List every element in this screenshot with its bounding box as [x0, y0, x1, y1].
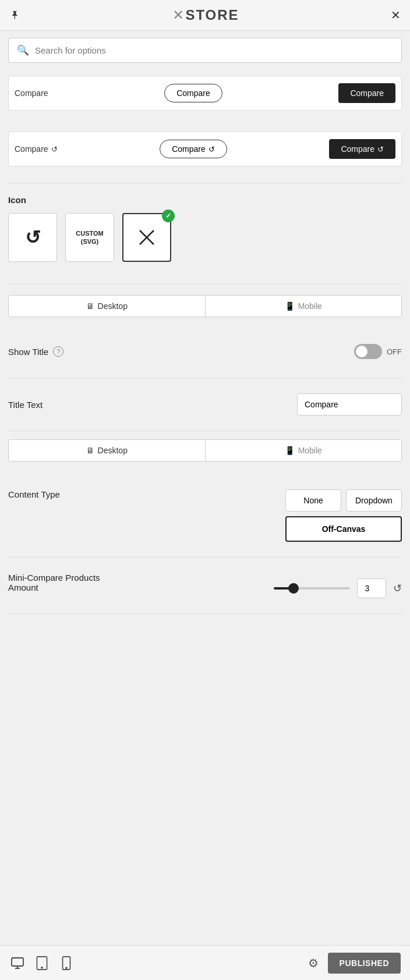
compare-plain-btn-2[interactable]: Compare ↺	[15, 144, 58, 154]
compare-row-1: Compare Compare Compare	[8, 76, 402, 111]
compare-filled-btn-2[interactable]: Compare ↺	[329, 139, 395, 159]
compare-row-2: Compare ↺ Compare ↺ Compare ↺	[8, 132, 402, 166]
content-type-section: Content Type None Dropdown Off-Canvas	[0, 477, 410, 555]
slider-row: ↺	[274, 578, 402, 598]
mini-compare-value-input[interactable]	[357, 578, 386, 598]
title-text-section: Title Text	[0, 381, 410, 428]
help-icon[interactable]: ?	[53, 346, 63, 357]
divider-1	[8, 183, 402, 183]
svg-point-8	[66, 967, 67, 968]
content-type-buttons: None Dropdown Off-Canvas	[285, 489, 402, 542]
show-title-row: Show Title ? OFF	[8, 338, 402, 365]
sync-icon-1: ↺	[51, 145, 58, 154]
icon-section-label: Icon	[8, 195, 402, 205]
desktop-icon-1: 🖥	[86, 301, 94, 311]
desktop-tab-2[interactable]: 🖥 Desktop	[9, 440, 206, 461]
gear-icon[interactable]: ⚙	[308, 956, 319, 970]
svg-point-6	[41, 967, 43, 968]
desktop-bottom-icon[interactable]	[9, 955, 26, 971]
divider-5	[8, 557, 402, 558]
compare-buttons-section-1: Compare Compare Compare	[0, 70, 410, 121]
show-title-label: Show Title ?	[8, 346, 63, 357]
logo: ✕STORE	[172, 7, 239, 23]
search-input[interactable]	[35, 45, 393, 55]
desktop-icon-2: 🖥	[86, 446, 94, 455]
title-text-row: Title Text	[8, 386, 402, 422]
toggle-switch[interactable]: OFF	[354, 344, 402, 359]
divider-2	[8, 284, 402, 285]
checkmark-badge: ✓	[162, 210, 175, 222]
custom-svg-label: CUSTOM(SVG)	[76, 229, 103, 246]
bottom-icons	[9, 955, 75, 971]
compare-outline-btn-1[interactable]: Compare	[164, 84, 222, 102]
mobile-icon-2: 📱	[285, 446, 295, 455]
ct-row-1: None Dropdown	[285, 489, 402, 512]
mobile-tab-2[interactable]: 📱 Mobile	[206, 440, 402, 461]
mini-compare-slider[interactable]	[274, 587, 350, 590]
icon-option-custom[interactable]: CUSTOM(SVG)	[65, 213, 114, 262]
published-button[interactable]: PUBLISHED	[328, 953, 401, 974]
toggle-state-label: OFF	[387, 347, 402, 356]
tablet-bottom-icon[interactable]	[34, 955, 50, 971]
title-text-input[interactable]	[297, 393, 402, 416]
toggle-knob[interactable]	[354, 344, 382, 359]
content-type-dropdown-btn[interactable]: Dropdown	[346, 489, 402, 512]
title-text-label: Title Text	[8, 400, 43, 410]
content-type-none-btn[interactable]: None	[285, 489, 341, 512]
content-type-offcanvas-btn[interactable]: Off-Canvas	[285, 516, 402, 542]
divider-4	[8, 431, 402, 431]
device-tabs-2: 🖥 Desktop 📱 Mobile	[0, 434, 410, 477]
sync-icon-3: ↺	[377, 145, 384, 154]
compare-filled-btn-1[interactable]: Compare	[338, 83, 395, 103]
pin-icon[interactable]: 🖈	[9, 9, 21, 22]
svg-rect-2	[12, 958, 23, 966]
mini-compare-label: Mini-Compare Products Amount	[8, 573, 100, 592]
search-icon: 🔍	[17, 44, 29, 56]
bottom-bar: ⚙ PUBLISHED	[0, 945, 410, 980]
icon-option-sync[interactable]: ↺	[8, 213, 57, 262]
close-icon[interactable]: ✕	[391, 8, 401, 22]
show-title-section: Show Title ? OFF	[0, 332, 410, 375]
sync-icon-2: ↺	[208, 145, 215, 154]
icon-section: Icon ↺ CUSTOM(SVG) ✓	[0, 189, 410, 279]
header: 🖈 ✕STORE ✕	[0, 0, 410, 31]
x-icon	[135, 226, 158, 249]
content-type-label: Content Type	[8, 489, 60, 499]
reset-slider-btn[interactable]: ↺	[393, 582, 402, 595]
divider-3	[8, 378, 402, 378]
compare-plain-btn-1[interactable]: Compare	[15, 88, 48, 98]
icon-options: ↺ CUSTOM(SVG) ✓	[8, 213, 402, 262]
icon-option-close[interactable]: ✓	[122, 213, 171, 262]
desktop-tab-1[interactable]: 🖥 Desktop	[9, 296, 206, 317]
device-tabs-1: 🖥 Desktop 📱 Mobile	[0, 289, 410, 332]
resp-tabs-2: 🖥 Desktop 📱 Mobile	[8, 439, 402, 461]
search-bar: 🔍	[8, 38, 402, 63]
resp-tabs-1: 🖥 Desktop 📱 Mobile	[8, 295, 402, 317]
mobile-icon-1: 📱	[285, 301, 295, 311]
divider-6	[8, 613, 402, 614]
compare-buttons-section-2: Compare ↺ Compare ↺ Compare ↺	[0, 126, 410, 177]
mobile-bottom-icon[interactable]	[58, 955, 75, 971]
mobile-tab-1[interactable]: 📱 Mobile	[206, 296, 402, 317]
sync-rotate-icon: ↺	[25, 226, 41, 248]
content-type-wrapper: Content Type None Dropdown Off-Canvas	[8, 482, 402, 549]
mini-compare-section: Mini-Compare Products Amount ↺	[0, 560, 410, 611]
compare-outline-btn-2[interactable]: Compare ↺	[160, 140, 227, 158]
